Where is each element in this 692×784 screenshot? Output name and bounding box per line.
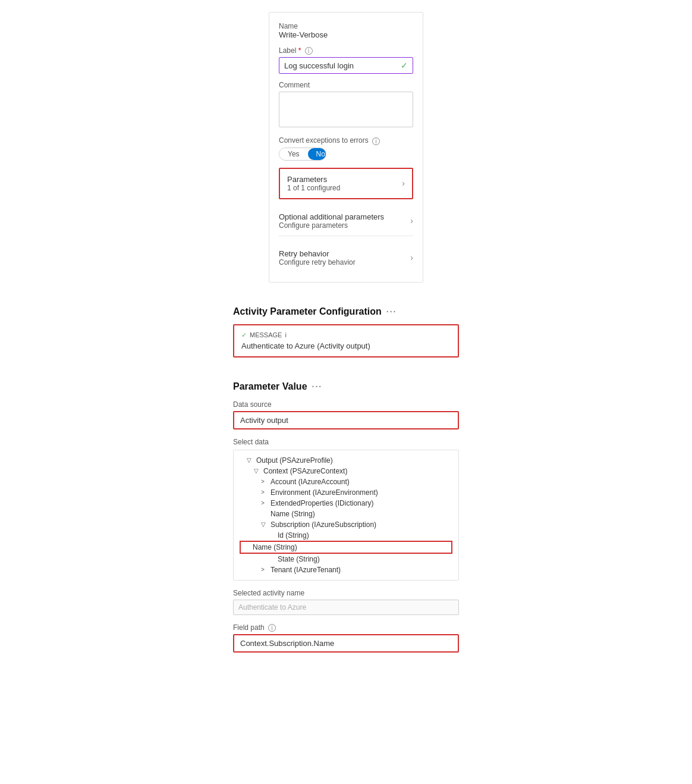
- expand-icon-2: >: [261, 478, 268, 485]
- parameters-sub: 1 of 1 configured: [287, 184, 340, 192]
- selected-activity-placeholder: Authenticate to Azure: [238, 603, 306, 611]
- tree-item-1[interactable]: ▽ Context (PSAzureContext): [240, 466, 452, 476]
- toggle-yes-button[interactable]: Yes: [279, 148, 308, 160]
- comment-textarea[interactable]: [279, 92, 413, 127]
- optional-chevron-icon: ›: [410, 216, 413, 225]
- retry-chevron-icon: ›: [410, 253, 413, 262]
- parameters-box[interactable]: Parameters 1 of 1 configured ›: [279, 168, 413, 199]
- tree-item-4[interactable]: > ExtendedProperties (IDictionary): [240, 498, 452, 509]
- expand-icon-6: ▽: [261, 521, 268, 528]
- message-label-text: MESSAGE: [250, 331, 282, 338]
- convert-info-icon: i: [372, 137, 380, 145]
- expand-icon-4: >: [261, 500, 268, 506]
- name-value: Write-Verbose: [279, 30, 413, 39]
- message-box: ✓ MESSAGE i Authenticate to Azure (Activ…: [233, 324, 459, 357]
- convert-label: Convert exceptions to errors i: [279, 136, 413, 145]
- selected-activity-field: Authenticate to Azure: [233, 600, 459, 615]
- optional-title: Optional additional parameters: [279, 212, 384, 221]
- tree-item-10[interactable]: > Tenant (IAzureTenant): [240, 565, 452, 575]
- name-section: Name Write-Verbose: [279, 22, 413, 39]
- message-info-icon: i: [285, 331, 286, 338]
- tree-item-9[interactable]: State (String): [240, 554, 452, 565]
- tree-container: ▽ Output (PSAzureProfile) ▽ Context (PSA…: [233, 450, 459, 581]
- field-path-info-icon: i: [268, 624, 276, 632]
- param-value-section: Parameter Value ··· Data source Select d…: [233, 381, 459, 653]
- retry-sub: Configure retry behavior: [279, 258, 356, 266]
- message-check-icon: ✓: [241, 331, 247, 339]
- tree-item-0[interactable]: ▽ Output (PSAzureProfile): [240, 455, 452, 466]
- selected-activity-section: Selected activity name Authenticate to A…: [233, 589, 459, 615]
- label-input[interactable]: Log successful login ✓: [279, 57, 413, 74]
- check-icon: ✓: [401, 61, 408, 70]
- field-path-section: Field path i: [233, 623, 459, 653]
- optional-params-row[interactable]: Optional additional parameters Configure…: [279, 206, 413, 236]
- expand-icon-1: ▽: [254, 468, 261, 474]
- retry-title: Retry behavior: [279, 249, 356, 258]
- param-value-title: Parameter Value: [233, 381, 307, 392]
- data-source-input-wrapper: [233, 411, 459, 429]
- data-source-input[interactable]: [234, 412, 458, 428]
- parameters-text: Parameters 1 of 1 configured: [287, 175, 340, 192]
- tree-item-6[interactable]: ▽ Subscription (IAzureSubscription): [240, 519, 452, 530]
- param-value-heading: Parameter Value ···: [233, 381, 459, 392]
- expand-icon-3: >: [261, 489, 268, 496]
- message-label: ✓ MESSAGE i: [241, 331, 451, 339]
- comment-section: Comment: [279, 81, 413, 129]
- name-label: Name: [279, 22, 413, 30]
- expand-icon-10: >: [261, 566, 268, 573]
- param-value-ellipsis: ···: [312, 382, 323, 391]
- label-section: Label * i Log successful login ✓: [279, 46, 413, 74]
- tree-item-5[interactable]: Name (String): [240, 509, 452, 519]
- expand-icon-0: ▽: [247, 457, 254, 463]
- comment-label: Comment: [279, 81, 413, 89]
- message-value: Authenticate to Azure (Activity output): [241, 341, 451, 350]
- select-data-section: Select data ▽ Output (PSAzureProfile) ▽ …: [233, 438, 459, 581]
- parameters-chevron-icon: ›: [402, 178, 405, 188]
- activity-config-heading: Activity Parameter Configuration ···: [233, 306, 459, 317]
- activity-config-title: Activity Parameter Configuration: [233, 306, 382, 317]
- top-panel: Name Write-Verbose Label * i Log success…: [269, 12, 423, 283]
- parameters-title: Parameters: [287, 175, 340, 184]
- data-source-label: Data source: [233, 400, 459, 409]
- retry-behavior-row[interactable]: Retry behavior Configure retry behavior …: [279, 243, 413, 272]
- field-path-input[interactable]: [234, 635, 458, 651]
- tree-item-8[interactable]: Name (String): [240, 541, 452, 554]
- select-data-label: Select data: [233, 438, 459, 446]
- tree-item-2[interactable]: > Account (IAzureAccount): [240, 476, 452, 487]
- label-input-value: Log successful login: [284, 61, 354, 70]
- selected-activity-label: Selected activity name: [233, 589, 459, 597]
- activity-config-ellipsis: ···: [386, 307, 397, 316]
- field-path-wrapper: [233, 634, 459, 653]
- toggle-no-button[interactable]: No: [308, 148, 326, 160]
- data-source-section: Data source: [233, 400, 459, 429]
- activity-config-section: Activity Parameter Configuration ··· ✓ M…: [233, 306, 459, 357]
- convert-exceptions-section: Convert exceptions to errors i Yes No: [279, 136, 413, 160]
- tree-item-7[interactable]: Id (String): [240, 530, 452, 541]
- toggle-group: Yes No: [279, 148, 326, 161]
- optional-text: Optional additional parameters Configure…: [279, 212, 384, 230]
- required-star: *: [298, 46, 301, 55]
- field-path-label: Field path i: [233, 623, 459, 632]
- tree-item-3[interactable]: > Environment (IAzureEnvironment): [240, 487, 452, 498]
- label-info-icon: i: [305, 47, 313, 55]
- label-field-label: Label * i: [279, 46, 413, 55]
- optional-sub: Configure parameters: [279, 221, 384, 230]
- retry-text: Retry behavior Configure retry behavior: [279, 249, 356, 266]
